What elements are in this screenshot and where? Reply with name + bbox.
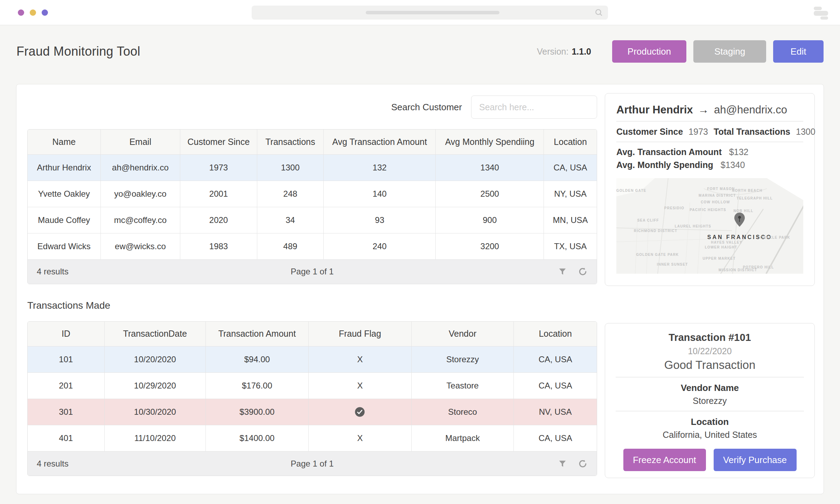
table-row[interactable]: Yvette Oakleyyo@oakley.co20012481402500N… — [28, 181, 597, 207]
column-header: Avg Monthly Spendiing — [436, 130, 544, 154]
avg-monthly-value: $1340 — [721, 160, 745, 170]
table-cell: Teastore — [411, 373, 513, 399]
table-cell: X — [308, 425, 411, 451]
table-cell: 2500 — [436, 181, 544, 207]
table-cell: 2001 — [180, 181, 257, 207]
table-cell: 1340 — [436, 154, 544, 181]
search-icon — [594, 8, 603, 19]
table-cell: X — [308, 346, 411, 373]
refresh-icon[interactable] — [578, 267, 588, 276]
browser-menu-icon[interactable] — [814, 6, 828, 19]
version-info: Version:1.1.0 — [537, 47, 591, 57]
filter-icon[interactable] — [558, 267, 567, 276]
customer-since-value: 1973 — [688, 126, 708, 137]
map-area-label: Hayes Valley — [711, 240, 742, 244]
table-cell: 1300 — [257, 154, 323, 181]
column-header: Vendor — [411, 322, 513, 346]
transactions-table-footer: 4 results Page 1 of 1 — [28, 451, 597, 476]
map-area-label: Richmond District — [634, 229, 677, 233]
map-area-label: Golden Gate Park — [636, 253, 679, 257]
header-row: IDTransactionDateTransaction AmountFraud… — [28, 322, 597, 346]
table-cell: 10/30/2020 — [104, 399, 205, 425]
table-cell: 489 — [257, 233, 323, 259]
table-cell: Edward Wicks — [28, 233, 100, 259]
table-row[interactable]: 10110/20/2020$94.00XStorezzyCA, USA — [28, 346, 597, 373]
verify-purchase-button[interactable]: Verify Purchase — [714, 449, 797, 471]
vendor-name-label: Vendor Name — [616, 382, 804, 394]
freeze-account-button[interactable]: Freeze Account — [623, 449, 706, 471]
location-label: Location — [616, 416, 804, 428]
column-header: Location — [544, 130, 597, 154]
column-header: ID — [28, 322, 104, 346]
map: SAN FRANCISCO Golden GateFort MasonMarin… — [616, 178, 803, 274]
table-cell: $3900.00 — [205, 399, 308, 425]
main-card: Search Customer NameEmailCustomer SinceT… — [16, 84, 824, 494]
window-dot-close[interactable] — [18, 9, 24, 16]
table-row[interactable]: Arthur Hendrixah@hendrix.co1973130013213… — [28, 154, 597, 181]
edit-button[interactable]: Edit — [773, 40, 824, 63]
version-value: 1.1.0 — [572, 47, 591, 56]
total-transactions-label: Total Transactions — [714, 126, 790, 137]
fraud-check-icon — [355, 407, 365, 416]
table-row[interactable]: Edward Wicksew@wicks.co19834892403200TX,… — [28, 233, 597, 259]
table-cell: NV, USA — [514, 399, 597, 425]
table-cell: 101 — [28, 346, 104, 373]
avg-transaction-label: Avg. Transaction Amount — [616, 147, 722, 157]
avg-monthly-line: Avg. Monthly Spending $1340 — [616, 160, 803, 170]
table-cell: Yvette Oakley — [28, 181, 100, 207]
column-header: Location — [514, 322, 597, 346]
window-dot-maximize[interactable] — [42, 9, 48, 16]
map-area-label: Pacific Heights — [690, 208, 726, 212]
table-cell: 1973 — [180, 154, 257, 181]
app-header: Fraud Monitoring Tool Version:1.1.0 Prod… — [0, 39, 840, 64]
map-area-label: Upper Market — [702, 257, 735, 260]
refresh-icon[interactable] — [578, 459, 588, 469]
customer-name: Arthur Hendrix — [616, 104, 693, 116]
arrow-right-icon: → — [696, 104, 711, 116]
table-cell: ah@hendrix.co — [100, 154, 180, 181]
avg-transaction-value: $132 — [729, 147, 749, 157]
table-cell: 240 — [323, 233, 435, 259]
map-area-label: North Beach — [732, 189, 762, 192]
header-row: NameEmailCustomer SinceTransactionsAvg T… — [28, 130, 597, 154]
table-cell: 401 — [28, 425, 104, 451]
transaction-detail-panel: Transaction #101 10/22/2020 Good Transac… — [605, 323, 815, 478]
table-cell: 1983 — [180, 233, 257, 259]
table-row[interactable]: 20110/29/2020$176.00XTeastoreCA, USA — [28, 373, 597, 399]
transactions-table: IDTransactionDateTransaction AmountFraud… — [27, 321, 597, 476]
transactions-heading: Transactions Made — [27, 300, 597, 312]
table-cell: mc@coffey.co — [100, 207, 180, 233]
table-cell: 900 — [436, 207, 544, 233]
table-cell: 93 — [323, 207, 435, 233]
customer-detail-title: Arthur Hendrix → ah@hendrix.co — [616, 103, 803, 117]
map-area-label: Cow Hollow — [701, 200, 730, 204]
table-cell: CA, USA — [544, 154, 597, 181]
table-row[interactable]: 40111/10/2020$1400.00XMartpackCA, USA — [28, 425, 597, 451]
customers-table-footer: 4 results Page 1 of 1 — [28, 260, 597, 284]
filter-icon[interactable] — [558, 459, 567, 469]
search-customer-label: Search Customer — [391, 102, 462, 113]
table-cell: 34 — [257, 207, 323, 233]
map-area-label: Inner Sunset — [657, 262, 688, 266]
browser-address-bar[interactable] — [252, 6, 608, 20]
column-header: Fraud Flag — [308, 322, 411, 346]
staging-button[interactable]: Staging — [693, 40, 766, 63]
table-row[interactable]: 30110/30/2020$3900.00StorecoNV, USA — [28, 399, 597, 425]
location-value: California, United States — [616, 429, 804, 440]
window-dot-minimize[interactable] — [30, 9, 36, 16]
table-cell: 3200 — [436, 233, 544, 259]
avg-transaction-line: Avg. Transaction Amount $132 — [616, 147, 803, 158]
production-button[interactable]: Production — [612, 40, 686, 63]
map-area-label: Telegraph Hill — [736, 196, 772, 200]
table-row[interactable]: Maude Coffeymc@coffey.co20203493900MN, U… — [28, 207, 597, 233]
table-cell: 140 — [323, 181, 435, 207]
table-cell: Maude Coffey — [28, 207, 100, 233]
table-cell: X — [308, 373, 411, 399]
version-label: Version: — [537, 47, 568, 56]
customer-search-input[interactable] — [471, 96, 597, 119]
column-header: Transactions — [257, 130, 323, 154]
map-area-label: Presidio — [664, 206, 684, 210]
table-cell: 301 — [28, 399, 104, 425]
table-cell: Storezzy — [411, 346, 513, 373]
table-cell: CA, USA — [514, 373, 597, 399]
